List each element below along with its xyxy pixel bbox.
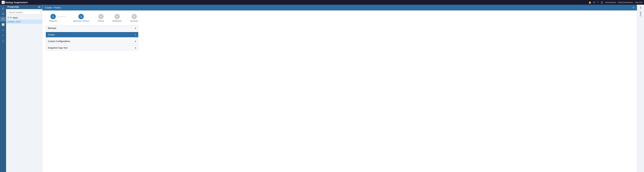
step-label-4: Notification [112, 20, 122, 22]
content-header: Cluster - Protect × [42, 5, 637, 10]
accordion-label-custom-configurations: Custom Configurations [48, 40, 70, 42]
top-navbar: N NetApp SnapCenter® 🔔 ✉ ? 👤 administrat… [0, 0, 644, 5]
sidebar-icon-topology[interactable]: ⬡ [0, 28, 6, 32]
bell-icon[interactable]: 🔔 [588, 1, 591, 4]
chevron-down-icon-custom: ∨ [135, 40, 136, 42]
table-header-icons: ☰ ⚑ [8, 16, 12, 19]
netapp-icon: N [2, 1, 5, 4]
sidebar-icon-collapse[interactable]: ❮ [0, 6, 6, 11]
sidebar-icon-grid[interactable]: ⊞ [0, 12, 6, 16]
user-name[interactable]: administrator [605, 1, 616, 3]
step-circle-3: 3 [98, 14, 104, 19]
accordion-header-backups[interactable]: Backups ∨ [46, 26, 138, 31]
left-panel: PostgreSQL ▼ ☰ ⚑ Name postgres_5432 [6, 5, 42, 172]
accordion-scripts: Scripts ∨ [46, 32, 138, 38]
details-label: Details [640, 11, 642, 16]
accordion-header-scripts[interactable]: Scripts ∨ [46, 32, 138, 37]
step-label-2: Application Settings [73, 20, 89, 22]
step-circle-5: 5 [132, 14, 137, 19]
sidebar-icon-shield[interactable]: 🛡 [0, 17, 6, 22]
accordion-snapshot-copy-tool: Snapshot Copy Tool ∨ [46, 45, 138, 50]
main-layout: ❮ ⊞ 🛡 📊 ⬡ ≡ ⚠ PostgreSQL ▼ ☰ ⚑ Name post… [0, 5, 644, 172]
app-title: SnapCenter® [14, 1, 28, 4]
accordion-label-scripts: Scripts [48, 34, 54, 36]
app-logo: N NetApp SnapCenter® [2, 1, 28, 4]
step-label-1: Resource [49, 20, 57, 22]
step-4: 4 Notification [112, 14, 122, 22]
accordion-container: Backups ∨ Scripts ∨ Custom Configuration… [46, 25, 138, 50]
cluster-item[interactable]: postgres_5432 [6, 20, 42, 24]
panel-title: PostgreSQL [8, 6, 19, 8]
header-controls: ▼ [38, 6, 41, 8]
accordion-custom-configurations: Custom Configurations ∨ [46, 38, 138, 44]
step-circle-4: 4 [114, 14, 120, 19]
stepper: 1 Resource 2 Application Settings 3 Poli… [46, 14, 634, 22]
brand-name: NetApp [6, 1, 13, 4]
step-circle-1: 1 [50, 14, 56, 19]
search-container [6, 9, 42, 16]
flag-icon: ⚑ [10, 16, 12, 19]
chevron-down-icon-backups: ∨ [135, 27, 136, 29]
step-label-3: Policies [98, 20, 104, 22]
user-icon: 👤 [600, 1, 603, 4]
mail-icon[interactable]: ✉ [593, 1, 595, 4]
table-header: ☰ ⚑ Name [6, 16, 42, 20]
content-body: 1 Resource 2 Application Settings 3 Poli… [42, 10, 637, 172]
accordion-backups: Backups ∨ [46, 25, 138, 31]
left-panel-header: PostgreSQL ▼ [6, 5, 42, 9]
accordion-label-backups: Backups [48, 27, 56, 29]
app-name[interactable]: SnapCenterAdmin [618, 1, 633, 3]
accordion-header-snapshot-copy-tool[interactable]: Snapshot Copy Tool ∨ [46, 45, 138, 50]
details-panel: ℹ Details [637, 5, 644, 172]
step-connector-1-2 [57, 16, 66, 17]
info-icon: ℹ [640, 6, 641, 9]
help-icon[interactable]: ? [597, 1, 598, 4]
panel-dropdown-button[interactable]: ▼ [38, 6, 41, 8]
signout-link[interactable]: Sign Out [635, 1, 642, 3]
step-2: 2 Application Settings [73, 14, 89, 22]
list-icon: ☰ [8, 16, 9, 19]
breadcrumb: Cluster - Protect [45, 6, 61, 9]
sidebar-icon-chart[interactable]: 📊 [0, 22, 6, 27]
col-name-header: Name [13, 17, 18, 19]
step-label-5: Summary [130, 20, 138, 22]
chevron-down-icon-snapshot: ∨ [135, 47, 136, 49]
step-circle-2: 2 [78, 14, 84, 19]
close-button[interactable]: × [633, 6, 634, 9]
search-input[interactable] [8, 10, 41, 14]
sidebar-icon-rail: ❮ ⊞ 🛡 📊 ⬡ ≡ ⚠ [0, 5, 6, 172]
chevron-down-icon-scripts: ∨ [135, 34, 136, 36]
step-5: 5 Summary [130, 14, 138, 22]
nav-right: 🔔 ✉ ? 👤 administrator SnapCenterAdmin Si… [588, 1, 642, 4]
step-1: 1 Resource [49, 14, 57, 22]
accordion-label-snapshot-copy-tool: Snapshot Copy Tool [48, 46, 68, 49]
nav-left: N NetApp SnapCenter® [2, 1, 28, 4]
step-3: 3 Policies [98, 14, 104, 22]
main-content: Cluster - Protect × 1 Resource 2 Applica… [42, 5, 637, 172]
sidebar-icon-alerts[interactable]: ⚠ [0, 38, 6, 43]
accordion-header-custom-configurations[interactable]: Custom Configurations ∨ [46, 38, 138, 44]
sidebar-icon-reports[interactable]: ≡ [0, 33, 6, 38]
